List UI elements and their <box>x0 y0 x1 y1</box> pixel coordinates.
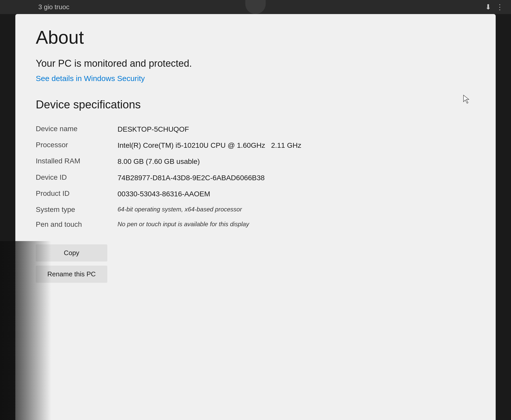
security-status-text: Your PC is monitored and protected. <box>36 58 475 69</box>
spec-value-installed-ram: 8.00 GB (7.60 GB usable) <box>118 156 475 166</box>
spec-row-device-name: Device name DESKTOP-5CHUQOF <box>36 121 475 137</box>
app-name: 3 gio truoc <box>38 3 69 11</box>
rename-pc-button[interactable]: Rename this PC <box>36 266 107 283</box>
spec-label-device-name: Device name <box>36 124 107 133</box>
top-circle <box>245 0 266 14</box>
spec-value-pen-and-touch: No pen or touch input is available for t… <box>118 220 475 229</box>
spec-value-system-type: 64-bit operating system, x64-based proce… <box>118 205 475 214</box>
spec-table: Device name DESKTOP-5CHUQOF Processor In… <box>36 121 475 232</box>
spec-label-system-type: System type <box>36 205 107 214</box>
top-bar-icons: ⬇ ⋮ <box>485 3 503 11</box>
download-icon[interactable]: ⬇ <box>485 3 491 11</box>
spec-value-processor: Intel(R) Core(TM) i5-10210U CPU @ 1.60GH… <box>118 140 475 150</box>
security-link[interactable]: See details in Windows Security <box>36 74 475 83</box>
more-options-icon[interactable]: ⋮ <box>496 3 503 11</box>
spec-label-product-id: Product ID <box>36 189 107 198</box>
main-content: About Your PC is monitored and protected… <box>15 14 496 420</box>
copy-button[interactable]: Copy <box>36 244 107 262</box>
spec-label-pen-and-touch: Pen and touch <box>36 220 107 229</box>
spec-value-device-id: 74B28977-D81A-43D8-9E2C-6ABAD6066B38 <box>118 173 475 183</box>
page-title: About <box>36 27 475 48</box>
spec-row-pen-and-touch: Pen and touch No pen or touch input is a… <box>36 217 475 232</box>
buttons-area: Copy Rename this PC <box>36 244 107 283</box>
spec-value-product-id: 00330-53043-86316-AAOEM <box>118 189 475 199</box>
spec-value-device-name: DESKTOP-5CHUQOF <box>118 124 475 134</box>
spec-row-installed-ram: Installed RAM 8.00 GB (7.60 GB usable) <box>36 153 475 169</box>
device-specs-title: Device specifications <box>36 98 475 111</box>
spec-row-system-type: System type 64-bit operating system, x64… <box>36 202 475 217</box>
spec-row-processor: Processor Intel(R) Core(TM) i5-10210U CP… <box>36 137 475 153</box>
spec-row-device-id: Device ID 74B28977-D81A-43D8-9E2C-6ABAD6… <box>36 170 475 186</box>
top-bar: 3 gio truoc ⬇ ⋮ <box>0 0 511 14</box>
spec-row-product-id: Product ID 00330-53043-86316-AAOEM <box>36 186 475 202</box>
spec-label-installed-ram: Installed RAM <box>36 156 107 165</box>
spec-label-processor: Processor <box>36 140 107 149</box>
spec-label-device-id: Device ID <box>36 173 107 181</box>
